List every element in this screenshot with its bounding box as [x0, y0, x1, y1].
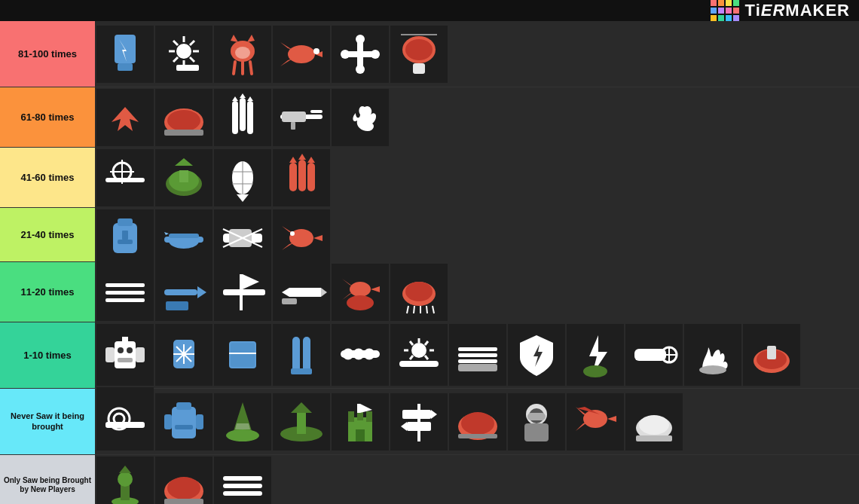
item-green-dome[interactable]: [155, 149, 212, 206]
item-bird-red-never[interactable]: [567, 393, 624, 451]
logo-cell: [718, 15, 724, 21]
svg-point-152: [461, 412, 494, 435]
item-lightning-green[interactable]: [567, 324, 624, 386]
item-chain-gun[interactable]: [332, 324, 389, 386]
svg-rect-96: [231, 343, 255, 367]
svg-line-109: [410, 356, 413, 359]
tier-items-11-20: [95, 262, 859, 322]
svg-point-75: [347, 295, 374, 310]
tiermaker-container: TiERMAKER 81-100 times: [0, 0, 859, 504]
item-fox-legs[interactable]: [214, 26, 271, 83]
logo-cell: [711, 8, 717, 14]
svg-rect-143: [348, 411, 354, 422]
item-triple-line-gun2[interactable]: [449, 324, 506, 386]
item-dome-red2[interactable]: [155, 457, 212, 504]
svg-rect-167: [164, 499, 203, 504]
svg-rect-137: [164, 414, 172, 429]
item-flame-gun[interactable]: [332, 89, 389, 146]
item-shield-bolt2[interactable]: [508, 324, 565, 386]
item-fire-pile[interactable]: [684, 324, 741, 386]
item-hat-ground[interactable]: [273, 393, 330, 451]
tier-row-21-40: 21-40 times: [0, 208, 859, 262]
svg-rect-135: [176, 402, 191, 410]
item-bomb-blue[interactable]: [155, 209, 212, 267]
item-shower-bomb[interactable]: [390, 264, 448, 321]
svg-rect-72: [223, 289, 265, 295]
svg-rect-83: [115, 341, 136, 368]
logo-cell: [711, 15, 717, 21]
item-red-rockets[interactable]: [273, 149, 330, 206]
item-red-bird-21[interactable]: [273, 209, 330, 267]
svg-point-65: [290, 231, 295, 236]
item-robot-gun[interactable]: [96, 324, 154, 386]
item-roll-gun[interactable]: [625, 324, 683, 386]
logo-cell: [711, 0, 717, 6]
item-bomb-dome[interactable]: [743, 324, 800, 386]
item-crossbones-gun[interactable]: [332, 26, 389, 83]
item-red-bird-11[interactable]: [332, 264, 389, 321]
svg-rect-1: [118, 63, 133, 71]
tier-items-21-40: [95, 208, 859, 268]
svg-rect-153: [458, 434, 497, 438]
logo-cell: [733, 8, 739, 14]
svg-point-13: [235, 47, 250, 59]
tier-row-61-80: 61-80 times: [0, 87, 859, 148]
item-flag-gun[interactable]: [214, 264, 271, 321]
svg-rect-36: [282, 111, 306, 122]
item-torpedo[interactable]: [273, 264, 330, 321]
item-blue-backpack-21[interactable]: [96, 209, 154, 267]
item-target-gun[interactable]: [96, 393, 154, 451]
item-helmet-guy[interactable]: [508, 393, 565, 451]
tier-label-81-100: 81-100 times: [0, 21, 95, 87]
tier-items-new-players: [95, 455, 859, 504]
svg-point-118: [583, 365, 607, 377]
svg-point-30: [167, 110, 200, 131]
item-dome-red[interactable]: [155, 89, 212, 146]
item-crosshair-rifle[interactable]: [96, 149, 154, 206]
svg-rect-68: [105, 298, 145, 302]
tiermaker-logo: TiERMAKER: [711, 0, 850, 21]
svg-line-10: [173, 57, 178, 62]
logo-cell: [726, 0, 732, 6]
svg-point-74: [350, 282, 371, 297]
item-fish-bomb[interactable]: [214, 149, 271, 206]
item-sunburst-gun[interactable]: [155, 26, 212, 83]
item-mushroom-bomb[interactable]: [390, 26, 448, 83]
item-triple-rockets[interactable]: [214, 89, 271, 146]
logo-cell: [718, 8, 724, 14]
svg-rect-169: [223, 484, 262, 488]
svg-rect-100: [291, 368, 312, 374]
item-witch-hat[interactable]: [214, 393, 271, 451]
item-triple-lines2[interactable]: [214, 457, 271, 504]
item-blue-backpack2[interactable]: [155, 393, 212, 451]
logo-cell: [733, 15, 739, 21]
item-triple-lines[interactable]: [96, 264, 154, 321]
item-sniper-gun[interactable]: [273, 89, 330, 146]
tier-items-61-80: [95, 87, 859, 148]
item-shield-bolt-backpack[interactable]: [96, 26, 154, 83]
svg-line-110: [425, 341, 428, 345]
item-jet-bird[interactable]: [273, 26, 330, 83]
svg-line-82: [433, 306, 434, 313]
item-blue-tubes[interactable]: [273, 324, 330, 386]
item-dome-ball[interactable]: [449, 393, 506, 451]
item-electric-gun[interactable]: [214, 209, 271, 267]
item-blue-bullet[interactable]: [155, 264, 212, 321]
item-red-fox-wings[interactable]: [96, 89, 154, 146]
item-chess-piece[interactable]: [96, 457, 154, 504]
svg-line-8: [190, 57, 194, 62]
item-snowflake-backpack[interactable]: [155, 324, 212, 386]
svg-rect-146: [357, 404, 360, 413]
svg-line-16: [250, 62, 252, 74]
svg-rect-67: [105, 291, 145, 295]
item-sun-gun[interactable]: [390, 324, 448, 386]
svg-rect-149: [402, 410, 431, 419]
item-signpost[interactable]: [390, 393, 448, 451]
svg-rect-136: [175, 425, 193, 429]
logo-cell: [733, 0, 739, 6]
item-snowball-dome[interactable]: [625, 393, 683, 451]
item-castle-flag[interactable]: [332, 393, 389, 451]
svg-rect-86: [118, 358, 133, 362]
svg-rect-89: [136, 347, 145, 362]
item-blue-box[interactable]: [214, 324, 271, 386]
